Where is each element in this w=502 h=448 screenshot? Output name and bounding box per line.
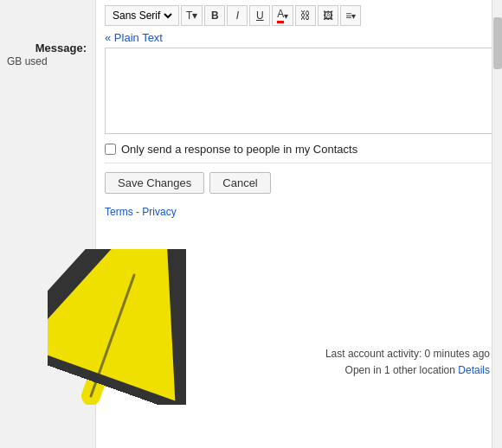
activity-line2: Open in 1 other location Details — [325, 362, 490, 379]
underline-button[interactable]: U — [249, 5, 270, 26]
align-button[interactable]: ≡ ▾ — [340, 5, 361, 26]
activity-line1: Last account activity: 0 minutes ago — [325, 346, 490, 362]
privacy-link[interactable]: Privacy — [142, 206, 176, 218]
footer-separator: - — [133, 206, 143, 218]
scrollbar-thumb[interactable] — [493, 17, 502, 69]
save-changes-button[interactable]: Save Changes — [105, 172, 204, 194]
text-color-icon: A — [277, 8, 284, 23]
footer-activity: Last account activity: 0 minutes ago Ope… — [325, 346, 490, 379]
details-link[interactable]: Details — [458, 364, 490, 376]
contacts-checkbox-row: Only send a response to people in my Con… — [105, 143, 493, 163]
left-panel: Message: GB used — [0, 0, 95, 448]
message-label: Message: — [3, 7, 92, 54]
text-color-button[interactable]: A ▾ — [272, 5, 293, 26]
contacts-checkbox[interactable] — [105, 144, 116, 155]
gb-used-label: GB used — [3, 55, 48, 67]
contacts-checkbox-label: Only send a response to people in my Con… — [121, 143, 357, 156]
bold-button[interactable]: B — [204, 5, 225, 26]
main-container: Message: GB used Sans Serif T▾ B I U A ▾… — [0, 0, 502, 448]
link-button[interactable]: ⛓ — [295, 5, 316, 26]
link-icon: ⛓ — [300, 10, 311, 22]
image-button[interactable]: 🖼 — [318, 5, 338, 26]
font-select-dropdown[interactable]: Sans Serif — [109, 9, 175, 22]
font-size-button[interactable]: T▾ — [181, 5, 203, 26]
action-buttons: Save Changes Cancel — [105, 172, 493, 194]
font-size-icon: T▾ — [186, 10, 197, 22]
cancel-button[interactable]: Cancel — [209, 172, 270, 194]
footer-links: Terms - Privacy — [105, 206, 493, 218]
image-icon: 🖼 — [323, 10, 333, 22]
italic-button[interactable]: I — [227, 5, 248, 26]
align-icon: ≡ — [345, 10, 351, 22]
terms-link[interactable]: Terms — [105, 206, 133, 218]
plain-text-link[interactable]: « Plain Text — [105, 31, 493, 44]
message-textarea[interactable] — [105, 48, 493, 134]
toolbar: Sans Serif T▾ B I U A ▾ ⛓ 🖼 ≡ ▾ — [105, 5, 493, 26]
scrollbar[interactable] — [492, 0, 502, 448]
font-family-select[interactable]: Sans Serif — [105, 5, 179, 26]
content-area: Sans Serif T▾ B I U A ▾ ⛓ 🖼 ≡ ▾ — [95, 0, 502, 448]
